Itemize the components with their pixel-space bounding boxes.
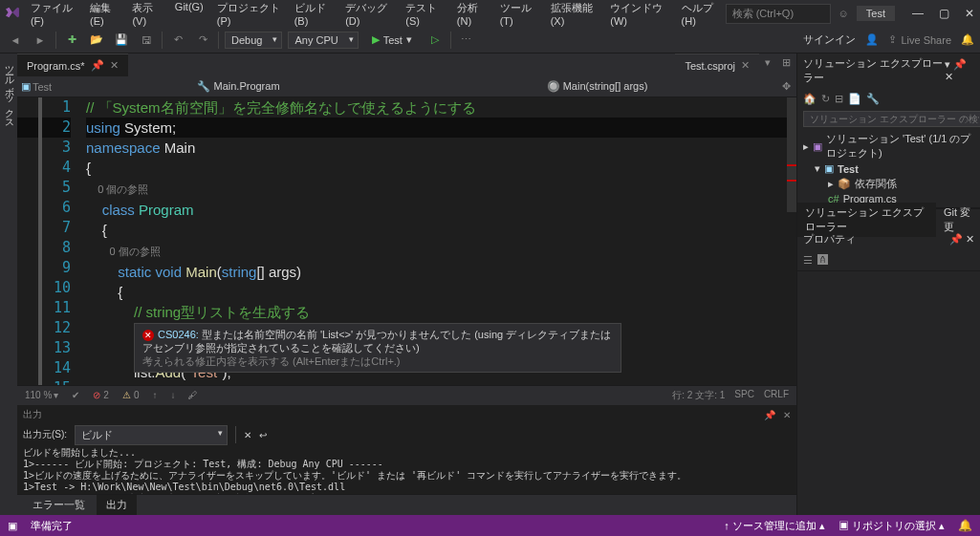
document-tabs: Program.cs*📌✕ Test.csproj✕ ▾ ⊞ bbox=[17, 54, 796, 76]
nav-forward-icon[interactable]: ► bbox=[31, 31, 50, 50]
menu-item[interactable]: ウインドウ(W) bbox=[604, 0, 673, 31]
alpha-icon[interactable]: 🅰 bbox=[817, 254, 828, 266]
live-share-button[interactable]: ⇪Live Share bbox=[888, 33, 951, 46]
deps-node[interactable]: ▸📦依存関係 bbox=[801, 176, 976, 192]
notifications-icon[interactable]: 🔔 bbox=[961, 33, 974, 46]
feedback-icon[interactable]: ☺ bbox=[838, 8, 849, 19]
navigation-bar: ▣Test 🔧 Main.Program 🔘 Main(string[] arg… bbox=[17, 76, 796, 97]
toolbox-tab[interactable]: ツールボックス bbox=[0, 54, 17, 515]
menu-item[interactable]: ビルド(B) bbox=[289, 0, 338, 31]
new-item-icon[interactable]: ✚ bbox=[62, 31, 81, 50]
solution-search-input[interactable] bbox=[803, 111, 980, 127]
nav-next-icon[interactable]: ↓ bbox=[170, 390, 175, 400]
member-dropdown[interactable]: 🔘 Main(string[] args) bbox=[418, 78, 776, 95]
pin-icon[interactable]: 📌 bbox=[764, 410, 775, 420]
indent-mode[interactable]: SPC bbox=[734, 389, 754, 402]
nav-back-icon[interactable]: ◄ bbox=[6, 31, 25, 50]
menu-item[interactable]: プロジェクト(P) bbox=[211, 0, 287, 31]
main-toolbar: ◄ ► ✚ 📂 💾 🖫 ↶ ↷ Debug Any CPU ▶Test▾ ▷ ⋯… bbox=[0, 27, 980, 54]
close-tab-icon[interactable]: ✕ bbox=[110, 59, 119, 72]
health-icon[interactable]: ✔ bbox=[72, 390, 79, 400]
panel-dropdown-icon[interactable]: ▾ bbox=[945, 58, 950, 70]
menu-item[interactable]: デバッグ(D) bbox=[339, 0, 398, 31]
close-button[interactable]: ✕ bbox=[965, 7, 974, 20]
close-icon[interactable]: ✕ bbox=[966, 233, 974, 245]
code-editor[interactable]: 123456789101112131415161718 ✕CS0246: 型また… bbox=[17, 97, 796, 385]
add-to-source-control[interactable]: ↑ ソース管理に追加 ▴ bbox=[724, 519, 825, 533]
bottom-tab[interactable]: エラー一覧 bbox=[23, 495, 95, 515]
save-icon[interactable]: 💾 bbox=[112, 31, 131, 50]
close-icon[interactable]: ✕ bbox=[783, 410, 791, 420]
build-icon[interactable]: 🖋 bbox=[188, 390, 198, 400]
bottom-tab[interactable]: 出力 bbox=[97, 495, 137, 515]
wrap-icon[interactable]: ↩ bbox=[259, 430, 267, 440]
clear-output-icon[interactable]: ✕ bbox=[244, 430, 251, 440]
save-all-icon[interactable]: 🖫 bbox=[137, 31, 156, 50]
config-dropdown[interactable]: Debug bbox=[225, 32, 282, 49]
nav-prev-icon[interactable]: ↑ bbox=[152, 390, 157, 400]
output-title: 出力 bbox=[23, 408, 42, 421]
minimize-button[interactable]: — bbox=[912, 7, 924, 20]
error-icon: ✕ bbox=[142, 330, 154, 341]
menu-item[interactable]: 表示(V) bbox=[126, 0, 166, 31]
solution-tree[interactable]: ▸▣ソリューション 'Test' (1/1 のプロジェクト) ▾▣Test ▸📦… bbox=[797, 129, 980, 207]
pin-icon[interactable]: 📌 bbox=[949, 233, 963, 245]
menu-item[interactable]: 分析(N) bbox=[451, 0, 492, 31]
home-icon[interactable]: 🏠 bbox=[803, 93, 817, 105]
show-all-icon[interactable]: 📄 bbox=[848, 93, 861, 105]
start-debug-button[interactable]: ▶Test▾ bbox=[364, 32, 420, 48]
maximize-button[interactable]: ▢ bbox=[939, 7, 949, 20]
undo-icon[interactable]: ↶ bbox=[168, 31, 187, 50]
tab-overflow-icon[interactable]: ▾ bbox=[759, 54, 776, 76]
error-count[interactable]: ⊘2 bbox=[93, 390, 109, 400]
pin-icon[interactable]: 📌 bbox=[91, 59, 104, 72]
document-tab-active[interactable]: Program.cs*📌✕ bbox=[17, 54, 128, 76]
sign-in-link[interactable]: サインイン bbox=[803, 32, 856, 47]
menu-item[interactable]: 拡張機能(X) bbox=[545, 0, 603, 31]
warning-count[interactable]: ⚠0 bbox=[122, 390, 140, 400]
collapse-icon[interactable]: ⊟ bbox=[835, 93, 843, 105]
split-editor-icon[interactable]: ✥ bbox=[776, 80, 796, 93]
pin-icon[interactable]: 📌 bbox=[953, 58, 967, 70]
open-icon[interactable]: 📂 bbox=[87, 31, 106, 50]
tb-icon[interactable]: ⋯ bbox=[457, 31, 476, 50]
vs-logo-icon bbox=[6, 6, 19, 21]
close-icon[interactable]: ✕ bbox=[945, 71, 953, 82]
play-icon: ▶ bbox=[372, 33, 380, 46]
document-tab-right[interactable]: Test.csproj✕ bbox=[675, 54, 759, 76]
status-ready: 準備完了 bbox=[31, 519, 73, 533]
namespace-dropdown[interactable]: 🔧 Main.Program bbox=[59, 78, 418, 95]
sync-icon[interactable]: ↻ bbox=[821, 93, 830, 105]
menu-item[interactable]: ツール(T) bbox=[494, 0, 543, 31]
zoom-dropdown[interactable]: 110 % ▾ bbox=[25, 390, 58, 400]
solution-node[interactable]: ▸▣ソリューション 'Test' (1/1 のプロジェクト) bbox=[801, 131, 976, 161]
project-node[interactable]: ▾▣Test bbox=[801, 161, 976, 176]
output-source-dropdown[interactable]: ビルド bbox=[75, 425, 228, 445]
close-tab-icon[interactable]: ✕ bbox=[741, 59, 750, 72]
repo-select[interactable]: ▣ リポジトリの選択 ▴ bbox=[838, 519, 945, 533]
status-bar: ▣ 準備完了 ↑ ソース管理に追加 ▴ ▣ リポジトリの選択 ▴ 🔔 bbox=[0, 515, 980, 536]
output-source-label: 出力元(S): bbox=[23, 428, 67, 441]
window-split-icon[interactable]: ⊞ bbox=[776, 54, 796, 76]
output-text[interactable]: ビルドを開始しました... 1>------ ビルド開始: プロジェクト: Te… bbox=[17, 445, 796, 494]
menu-item[interactable]: テスト(S) bbox=[400, 0, 449, 31]
menu-item[interactable]: ファイル(F) bbox=[25, 0, 82, 31]
properties-icon[interactable]: 🔧 bbox=[866, 93, 880, 105]
main-menu: ファイル(F)編集(E)表示(V)Git(G)プロジェクト(P)ビルド(B)デバ… bbox=[25, 0, 726, 31]
menu-item[interactable]: Git(G) bbox=[169, 0, 209, 31]
cursor-position: 行: 2 文字: 1 bbox=[672, 389, 725, 402]
notifications-icon[interactable]: 🔔 bbox=[958, 519, 972, 532]
scrollbar-minimap[interactable] bbox=[787, 97, 796, 385]
right-panel: ソリューション エクスプローラー ▾ 📌 ✕ 🏠 ↻ ⊟ 📄 🔧 ▸▣ソリューシ… bbox=[796, 54, 980, 515]
menu-item[interactable]: ヘルプ(H) bbox=[676, 0, 726, 31]
global-search-input[interactable]: 検索 (Ctrl+Q) bbox=[726, 4, 831, 24]
run-no-debug-icon[interactable]: ▷ bbox=[425, 31, 445, 50]
categorize-icon[interactable]: ☰ bbox=[803, 254, 813, 267]
share-icon: ⇪ bbox=[888, 33, 897, 46]
redo-icon[interactable]: ↷ bbox=[193, 31, 212, 50]
line-ending[interactable]: CRLF bbox=[764, 389, 789, 402]
platform-dropdown[interactable]: Any CPU bbox=[288, 32, 358, 49]
menu-item[interactable]: 編集(E) bbox=[84, 0, 124, 31]
output-panel: 出力 📌✕ 出力元(S): ビルド ✕ ↩ ビルドを開始しました... 1>--… bbox=[17, 404, 796, 494]
account-icon[interactable]: 👤 bbox=[865, 33, 879, 46]
